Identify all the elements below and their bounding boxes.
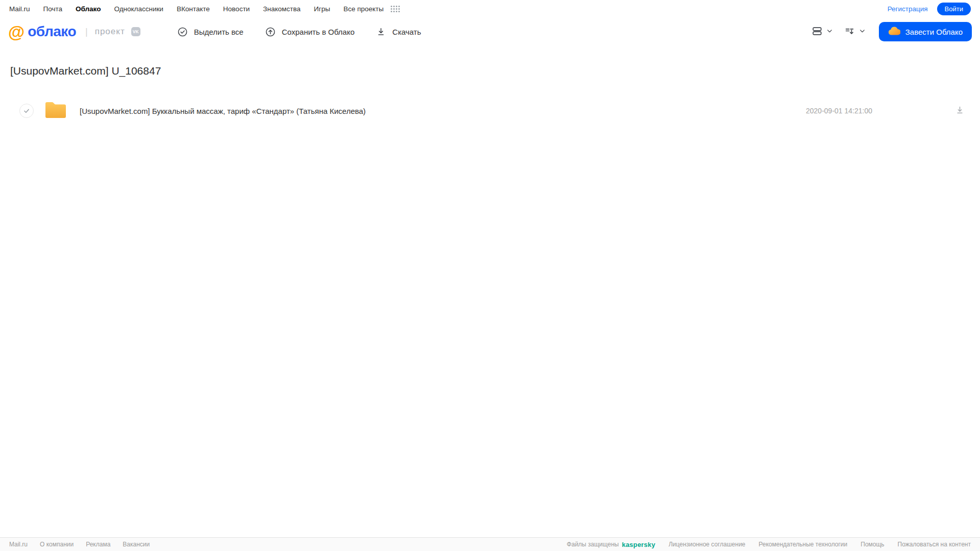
mailru-at-icon: @ (8, 23, 25, 40)
sort-icon (844, 26, 855, 38)
logo-text: облако (28, 25, 76, 39)
auth-area: Регистрация Войти (888, 3, 971, 15)
topnav-item-mailru[interactable]: Mail.ru (9, 5, 30, 13)
logo-separator: | (85, 27, 88, 37)
cloud-logo-icon (888, 27, 900, 37)
row-checkbox[interactable] (19, 104, 34, 118)
footer-right-links: Файлы защищены kaspersky Лицензионное со… (567, 541, 971, 548)
select-all-button[interactable]: Выделить все (177, 27, 244, 37)
footer: Mail.ru О компании Реклама Вакансии Файл… (0, 537, 980, 551)
topnav-item-cloud[interactable]: Облако (76, 5, 101, 13)
topnav-item-odnoklassniki[interactable]: Одноклассники (114, 5, 163, 13)
footer-left-links: Mail.ru О компании Реклама Вакансии (9, 541, 150, 548)
project-label: проект (95, 27, 125, 37)
main-content: [UsupovMarket.com] U_106847 [UsupovMarke… (0, 65, 980, 122)
download-icon (376, 27, 386, 37)
footer-link-about[interactable]: О компании (40, 541, 74, 548)
cloud-upload-icon (265, 27, 276, 37)
footer-link-jobs[interactable]: Вакансии (123, 541, 150, 548)
footer-link-license[interactable]: Лицензионное соглашение (668, 541, 745, 548)
check-circle-icon (177, 27, 188, 37)
registration-link[interactable]: Регистрация (888, 5, 928, 13)
cloud-logo[interactable]: @ облако | проект VK (8, 23, 140, 40)
file-row[interactable]: [UsupovMarket.com] Буккальный массаж, та… (10, 100, 970, 122)
download-icon (955, 105, 965, 115)
page-title: [UsupovMarket.com] U_106847 (10, 65, 970, 77)
topnav-item-all-projects[interactable]: Все проекты (343, 5, 384, 13)
topnav-item-games[interactable]: Игры (314, 5, 330, 13)
all-projects-grid-icon[interactable] (391, 6, 400, 12)
list-view-icon (811, 26, 823, 38)
folder-icon (44, 101, 67, 122)
chevron-down-icon (859, 28, 866, 36)
view-controls: Завести Облако (811, 22, 972, 41)
footer-link-help[interactable]: Помощь (861, 541, 884, 548)
chevron-down-icon (826, 28, 833, 36)
kaspersky-protection: Файлы защищены kaspersky (567, 541, 655, 548)
portal-topbar: Mail.ru Почта Облако Одноклассники ВКонт… (0, 0, 980, 17)
download-label: Скачать (392, 28, 421, 36)
footer-link-ads[interactable]: Реклама (86, 541, 110, 548)
select-all-label: Выделить все (194, 28, 244, 36)
footer-link-mailru[interactable]: Mail.ru (9, 541, 28, 548)
sort-dropdown[interactable] (844, 26, 866, 38)
save-to-cloud-label: Сохранить в Облако (282, 28, 355, 36)
app-header: @ облако | проект VK Выделить все (0, 17, 980, 46)
get-cloud-label: Завести Облако (905, 28, 963, 36)
file-actions-toolbar: Выделить все Сохранить в Облако Скачат (177, 27, 421, 37)
view-mode-dropdown[interactable] (811, 26, 833, 38)
portal-links: Mail.ru Почта Облако Одноклассники ВКонт… (9, 5, 400, 13)
topnav-item-news[interactable]: Новости (223, 5, 250, 13)
kaspersky-logo[interactable]: kaspersky (622, 541, 655, 548)
row-download-button[interactable] (953, 103, 967, 118)
footer-link-report[interactable]: Пожаловаться на контент (898, 541, 971, 548)
footer-link-recommendations[interactable]: Рекомендательные технологии (759, 541, 848, 548)
topnav-item-mail[interactable]: Почта (43, 5, 63, 13)
file-date: 2020-09-01 14:21:00 (806, 107, 872, 115)
check-icon (23, 107, 30, 114)
protected-by-label: Файлы защищены (567, 541, 619, 548)
save-to-cloud-button[interactable]: Сохранить в Облако (265, 27, 355, 37)
login-button[interactable]: Войти (937, 3, 971, 15)
vk-badge-icon: VK (131, 27, 140, 36)
download-button[interactable]: Скачать (376, 27, 421, 37)
file-name-link[interactable]: [UsupovMarket.com] Буккальный массаж, та… (80, 107, 366, 115)
topnav-item-vkontakte[interactable]: ВКонтакте (177, 5, 210, 13)
topnav-item-dating[interactable]: Знакомства (263, 5, 300, 13)
get-cloud-button[interactable]: Завести Облако (879, 22, 972, 41)
